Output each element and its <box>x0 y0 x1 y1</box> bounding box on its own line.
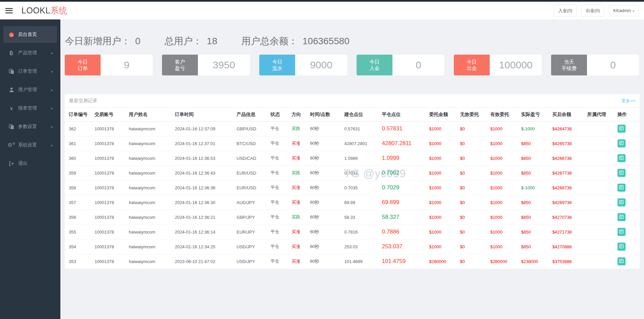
table-header-row: 订单编号交易账号用户姓名订单时间产品信息状态方向时间/点数建仓点位平仓点位委托金… <box>65 108 640 121</box>
sidebar-item-3[interactable]: 订单管理▸ <box>3 63 57 80</box>
order-amount-cell: $1000 <box>429 136 460 151</box>
profit-cell: $850 <box>521 151 552 166</box>
open-price-cell: 1.0989 <box>344 151 382 166</box>
username-cell: haiwaiymcom <box>129 210 175 225</box>
stat-value: 0 <box>135 36 141 46</box>
valid-amount-cell: $1000 <box>490 136 521 151</box>
order-detail-button[interactable] <box>618 184 626 192</box>
withdraw-button[interactable]: 出金(0) <box>581 5 604 17</box>
direction-cell: 买涨 <box>291 239 310 254</box>
stat-value: 18 <box>207 36 217 46</box>
stat-label: 用户总余额： <box>241 36 298 46</box>
order-id-cell: 355 <box>65 225 95 239</box>
card-value: 100000 <box>490 55 542 75</box>
product-cell: GBP/JPY <box>236 210 270 225</box>
status-cell: 平仓 <box>270 166 291 180</box>
stats-row: 今日新增用户：0总用户：18用户总余额：106365580 <box>65 19 640 48</box>
dashboard-icon <box>8 32 15 37</box>
order-detail-button[interactable] <box>618 257 626 265</box>
direction-cell: 买涨 <box>291 136 310 151</box>
sidebar-item-4[interactable]: 用户管理▸ <box>3 81 57 98</box>
order-time-cell: 2024-01-16 12:36:43 <box>175 166 236 180</box>
profit-cell: $238000 <box>521 254 552 269</box>
stat-label: 总用户： <box>165 36 202 46</box>
close-price-cell: 0.7002 <box>382 166 429 180</box>
detail-list-icon <box>619 200 624 205</box>
order-detail-button[interactable] <box>618 228 626 236</box>
sidebar-item-label: 订单管理 <box>18 68 37 74</box>
user-menu-button[interactable]: KKadmin▾ <box>609 5 639 16</box>
order-detail-button[interactable] <box>618 213 626 221</box>
user-icon <box>8 87 15 92</box>
account-cell: 10001378 <box>95 195 129 210</box>
order-time-cell: 2024-01-16 12:36:14 <box>175 225 236 239</box>
sidebar-item-1[interactable]: 后台首页 <box>3 26 57 43</box>
stat-value: 106365580 <box>303 36 350 46</box>
sidebar-item-label: 参数设置 <box>18 124 37 130</box>
direction-cell: 买涨 <box>291 195 310 210</box>
valid-amount-cell: $1000 <box>490 166 521 180</box>
profit-cell: $-1000 <box>521 121 552 136</box>
duration-cell: 60秒 <box>310 195 344 210</box>
order-detail-button[interactable] <box>618 139 626 147</box>
summary-card: 今日流水9000 <box>259 55 347 75</box>
order-detail-button[interactable] <box>618 243 626 251</box>
menu-toggle-icon[interactable] <box>5 8 13 13</box>
order-amount-cell: $1000 <box>429 239 460 254</box>
order-time-cell: 2024-01-16 12:36:53 <box>175 151 236 166</box>
close-price-cell: 1.0999 <box>382 151 429 166</box>
column-header: 时间/点数 <box>310 108 344 121</box>
balance-after-cell: $4264738 <box>552 121 587 136</box>
username-cell: haiwaiymcom <box>129 225 175 239</box>
app-logo: LOOKL系统 <box>21 5 67 16</box>
duration-cell: 60秒 <box>310 180 344 195</box>
summary-cards: 今日订单9客户盈亏3950今日流水9000今日入金0今日出金100000当天手续… <box>65 55 640 75</box>
table-row: 35410001378haiwaiymcom2024-01-16 12:34:2… <box>65 239 640 254</box>
order-id-cell: 361 <box>65 136 95 151</box>
open-price-cell: 0.7816 <box>344 225 382 239</box>
sidebar-item-6[interactable]: 参数设置▸ <box>3 118 57 135</box>
more-link[interactable]: 更多>> <box>622 98 635 104</box>
sidebar-item-7[interactable]: ⚙⚙系统设置▸ <box>3 137 57 153</box>
order-amount-cell: $1000 <box>429 225 460 239</box>
column-header: 交易账号 <box>95 108 129 121</box>
stat-item: 总用户：18 <box>165 35 217 48</box>
username-cell: haiwaiymcom <box>129 180 175 195</box>
order-detail-button[interactable] <box>618 169 626 177</box>
detail-list-icon <box>619 185 624 190</box>
column-header: 订单时间 <box>175 108 236 121</box>
open-price-cell: 42807.2801 <box>344 136 382 151</box>
order-detail-button[interactable] <box>618 125 626 133</box>
valid-amount-cell: $1000 <box>490 225 521 239</box>
balance-after-cell: $4265738 <box>552 136 587 151</box>
open-price-cell: 58.33 <box>344 210 382 225</box>
sidebar-item-label: 用户管理 <box>18 87 37 93</box>
sidebar-item-5[interactable]: ¥报表管理▸ <box>3 100 57 117</box>
product-cell: EUR/JPY <box>236 225 270 239</box>
username-cell: haiwaiymcom <box>129 239 175 254</box>
direction-cell: 买跌 <box>291 166 310 180</box>
deposit-button[interactable]: 入金(0) <box>554 5 577 17</box>
duration-cell: 60秒 <box>310 166 344 180</box>
username-cell: haiwaiymcom <box>129 151 175 166</box>
invalid-amount-cell: $0 <box>460 195 490 210</box>
sidebar-item-2[interactable]: 产品管理▸ <box>3 45 57 61</box>
card-value: 3950 <box>198 55 250 75</box>
operation-cell <box>618 121 640 136</box>
order-time-cell: 2023-06-10 21:47:02 <box>175 254 236 269</box>
sidebar-item-8[interactable]: 退出 <box>3 155 57 172</box>
order-id-cell: 362 <box>65 121 95 136</box>
invalid-amount-cell: $0 <box>460 151 490 166</box>
profit-cell: $850 <box>521 195 552 210</box>
order-detail-button[interactable] <box>618 198 626 206</box>
column-header: 所属代理 <box>587 108 618 121</box>
invalid-amount-cell: $0 <box>460 121 490 136</box>
product-cell: USD/CAD <box>236 151 270 166</box>
chevron-right-icon: ▸ <box>51 143 53 147</box>
card-label: 今日入金 <box>357 55 392 75</box>
status-cell: 平仓 <box>270 151 291 166</box>
order-id-cell: 353 <box>65 254 95 269</box>
order-detail-button[interactable] <box>618 154 626 162</box>
column-header: 买后余额 <box>552 108 587 121</box>
profit-cell: $-1000 <box>521 180 552 195</box>
